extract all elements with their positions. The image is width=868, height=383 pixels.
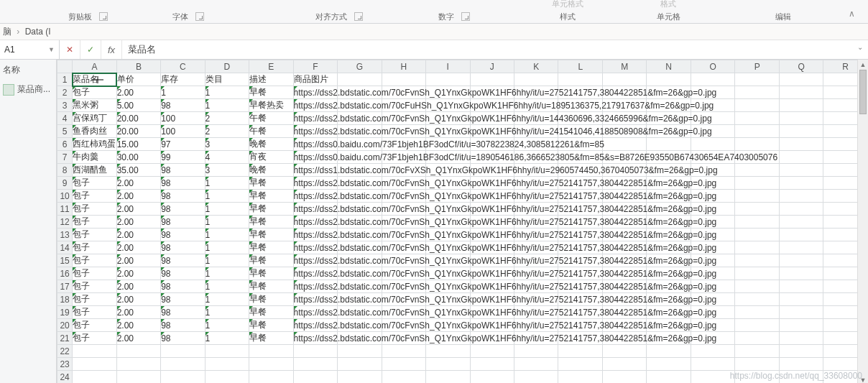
cell-Q24[interactable] [779,371,823,384]
column-header-Q[interactable]: Q [779,60,823,73]
column-header-H[interactable]: H [382,60,425,73]
cell-B9[interactable]: 2.00 [116,177,160,190]
dialog-launcher-icon[interactable] [195,12,204,21]
cell-F17[interactable]: https://dss2.bdstatic.com/70cFvnSh_Q1Ynx… [293,280,337,293]
cell-Q3[interactable] [779,99,823,112]
cell-B7[interactable]: 30.00 [116,151,160,164]
cell-P17[interactable] [735,280,779,293]
column-header-P[interactable]: P [735,60,779,73]
cell-L23[interactable] [558,358,602,371]
cell-B3[interactable]: 5.00 [116,99,160,112]
cell-L24[interactable] [558,371,602,384]
cell-Q10[interactable] [779,190,823,203]
cell-I24[interactable] [426,371,470,384]
cell-C7[interactable]: 99 [161,151,205,164]
cell-C6[interactable]: 97 [161,138,205,151]
row-header[interactable]: 2 [57,86,73,99]
cell-P18[interactable] [735,293,779,306]
cell-N23[interactable] [647,358,691,371]
cell-H23[interactable] [382,358,425,371]
cell-B24[interactable] [116,371,160,384]
dialog-launcher-icon[interactable] [354,12,363,21]
cell-C19[interactable]: 98 [161,306,205,319]
cell-Q18[interactable] [779,293,823,306]
cell-C2[interactable]: 1 [161,86,205,99]
cell-Q7[interactable] [779,151,823,164]
vertical-scrollbar[interactable]: ▲ ▼ [857,60,868,383]
column-header-K[interactable]: K [514,60,558,73]
cell-K23[interactable] [514,358,558,371]
formula-input[interactable]: 菜品名 [122,40,868,59]
cell-P1[interactable] [735,73,779,86]
column-header-F[interactable]: F [293,60,337,73]
cell-P20[interactable] [735,319,779,332]
column-header-G[interactable]: G [338,60,382,73]
cell-P21[interactable] [735,332,779,345]
scroll-thumb[interactable] [859,70,867,114]
cell-A21[interactable]: 包子 [73,332,116,345]
ribbon-group-align[interactable]: 对齐方式 [302,10,374,23]
cell-D22[interactable] [205,345,249,358]
cell-E15[interactable]: 早餐 [249,254,293,267]
row-header[interactable]: 3 [57,99,73,112]
breadcrumb[interactable]: 脑 › Data (I [0,24,868,40]
column-header-C[interactable]: C [161,60,205,73]
cell-C8[interactable]: 98 [161,164,205,177]
cell-A20[interactable]: 包子 [73,319,116,332]
cell-O24[interactable] [691,371,734,384]
expand-formula-bar-icon[interactable]: ⌄ [855,42,865,52]
cell-D15[interactable]: 1 [205,254,249,267]
cell-A6[interactable]: 西红柿鸡蛋 [73,138,116,151]
cell-K22[interactable] [514,345,558,358]
cell-K1[interactable] [514,73,558,86]
cell-P22[interactable] [735,345,779,358]
dialog-launcher-icon[interactable] [99,12,108,21]
scroll-up-icon[interactable]: ▲ [858,60,868,70]
cell-C15[interactable]: 98 [161,254,205,267]
row-header[interactable]: 22 [57,345,73,358]
name-box[interactable]: A1 ▼ [0,40,60,59]
cell-F19[interactable]: https://dss2.bdstatic.com/70cFvnSh_Q1Ynx… [293,306,337,319]
cell-Q8[interactable] [779,164,823,177]
cell-B1[interactable]: 单价 [116,73,160,86]
cell-D16[interactable]: 1 [205,267,249,280]
cell-P15[interactable] [735,254,779,267]
cell-B5[interactable]: 20.00 [116,125,160,138]
nav-file-item[interactable]: 菜品商... [3,82,53,97]
cell-E5[interactable]: 午餐 [249,125,293,138]
cell-C1[interactable]: 库存 [161,73,205,86]
cell-N22[interactable] [647,345,691,358]
row-header[interactable]: 17 [57,280,73,293]
cell-D4[interactable]: 2 [205,112,249,125]
cell-A24[interactable] [73,371,116,384]
cell-C20[interactable]: 98 [161,319,205,332]
cell-P10[interactable] [735,190,779,203]
cell-N6[interactable] [647,138,691,151]
row-header[interactable]: 13 [57,229,73,241]
cell-D6[interactable]: 3 [205,138,249,151]
cell-I1[interactable] [426,73,470,86]
row-header[interactable]: 16 [57,267,73,280]
cell-J24[interactable] [470,371,514,384]
ribbon-group-font[interactable]: 字体 [158,10,216,23]
cell-C21[interactable]: 98 [161,332,205,345]
column-header-D[interactable]: D [205,60,249,73]
cell-B22[interactable] [116,345,160,358]
cell-E4[interactable]: 午餐 [249,112,293,125]
cell-A14[interactable]: 包子 [73,241,116,254]
cell-E19[interactable]: 早餐 [249,306,293,319]
cell-Q16[interactable] [779,267,823,280]
cell-K24[interactable] [514,371,558,384]
cell-D3[interactable]: 1 [205,99,249,112]
scroll-track[interactable] [858,70,868,375]
cell-Q9[interactable] [779,177,823,190]
cell-J23[interactable] [470,358,514,371]
column-header-B[interactable]: B [116,60,160,73]
cell-P13[interactable] [735,229,779,241]
column-header-N[interactable]: N [647,60,691,73]
cell-B20[interactable]: 2.00 [116,319,160,332]
cell-G23[interactable] [338,358,382,371]
cell-A17[interactable]: 包子 [73,280,116,293]
cell-D12[interactable]: 1 [205,216,249,229]
cell-Q19[interactable] [779,306,823,319]
